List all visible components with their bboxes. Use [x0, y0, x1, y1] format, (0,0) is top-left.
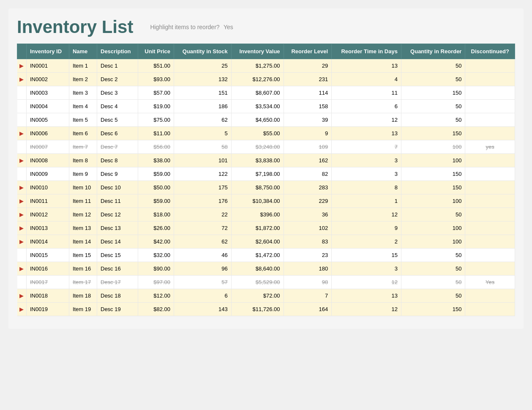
table-row: IN0017Item 17Desc 17$97.0057$5,529.00981…	[17, 276, 515, 289]
cell-qty_stock: 175	[174, 181, 232, 194]
cell-reorder_level: 114	[284, 86, 332, 100]
cell-discontinued	[465, 127, 515, 140]
cell-reorder_level: 7	[284, 289, 332, 303]
cell-inv_value: $8,750.00	[231, 181, 284, 194]
cell-unit_price: $90.00	[138, 262, 174, 276]
col-flag	[17, 44, 27, 59]
reorder-flag-icon: ▶	[19, 238, 24, 245]
cell-discontinued	[465, 262, 515, 276]
table-row: ▶IN0002Item 2Desc 2$93.00132$12,276.0023…	[17, 73, 515, 86]
cell-description: Desc 5	[97, 113, 138, 127]
cell-qty_stock: 46	[174, 249, 232, 262]
reorder-flag-cell	[17, 167, 27, 181]
cell-reorder_time: 6	[332, 100, 401, 113]
cell-name: Item 19	[69, 303, 97, 316]
cell-unit_price: $97.00	[138, 276, 174, 289]
cell-unit_price: $93.00	[138, 73, 174, 86]
cell-reorder_level: 83	[284, 235, 332, 249]
cell-inv_value: $4,650.00	[231, 113, 284, 127]
col-name: Name	[69, 44, 97, 59]
cell-unit_price: $38.00	[138, 154, 174, 167]
cell-id: IN0001	[27, 59, 69, 73]
cell-inv_value: $3,248.00	[231, 140, 284, 154]
cell-qty_stock: 57	[174, 276, 232, 289]
cell-id: IN0008	[27, 154, 69, 167]
cell-unit_price: $12.00	[138, 289, 174, 303]
reorder-flag-cell: ▶	[17, 194, 27, 208]
reorder-flag-icon: ▶	[19, 184, 24, 191]
cell-qty_stock: 151	[174, 86, 232, 100]
col-inventory-id: Inventory ID	[27, 44, 69, 59]
highlight-value: Yes	[224, 24, 233, 30]
cell-description: Desc 19	[97, 303, 138, 316]
cell-description: Desc 14	[97, 235, 138, 249]
reorder-flag-cell	[17, 140, 27, 154]
table-row: IN0009Item 9Desc 9$59.00122$7,198.008231…	[17, 167, 515, 181]
cell-qty_stock: 132	[174, 73, 232, 86]
cell-qty_reorder: 150	[401, 167, 465, 181]
cell-name: Item 15	[69, 249, 97, 262]
cell-reorder_time: 11	[332, 86, 401, 100]
col-discontinued: Discontinued?	[465, 44, 515, 59]
cell-id: IN0015	[27, 249, 69, 262]
cell-discontinued	[465, 86, 515, 100]
cell-qty_reorder: 50	[401, 262, 465, 276]
cell-qty_stock: 143	[174, 303, 232, 316]
reorder-flag-cell: ▶	[17, 303, 27, 316]
page-title: Inventory List	[17, 17, 133, 37]
cell-name: Item 13	[69, 221, 97, 235]
reorder-flag-cell	[17, 276, 27, 289]
cell-reorder_level: 231	[284, 73, 332, 86]
cell-qty_reorder: 50	[401, 73, 465, 86]
cell-description: Desc 17	[97, 276, 138, 289]
cell-description: Desc 6	[97, 127, 138, 140]
reorder-flag-icon: ▶	[19, 306, 24, 312]
cell-reorder_time: 3	[332, 167, 401, 181]
reorder-flag-cell	[17, 100, 27, 113]
cell-reorder_level: 23	[284, 249, 332, 262]
cell-qty_stock: 5	[174, 127, 232, 140]
reorder-flag-cell	[17, 249, 27, 262]
cell-qty_reorder: 150	[401, 303, 465, 316]
cell-id: IN0019	[27, 303, 69, 316]
cell-qty_reorder: 50	[401, 289, 465, 303]
cell-inv_value: $3,534.00	[231, 100, 284, 113]
cell-description: Desc 7	[97, 140, 138, 154]
cell-name: Item 9	[69, 167, 97, 181]
cell-qty_reorder: 150	[401, 181, 465, 194]
col-qty-stock: Quantity in Stock	[174, 44, 232, 59]
table-row: IN0005Item 5Desc 5$75.0062$4,650.0039125…	[17, 113, 515, 127]
cell-inv_value: $396.00	[231, 208, 284, 221]
cell-id: IN0003	[27, 86, 69, 100]
cell-reorder_time: 2	[332, 235, 401, 249]
cell-name: Item 3	[69, 86, 97, 100]
cell-inv_value: $10,384.00	[231, 194, 284, 208]
cell-discontinued	[465, 59, 515, 73]
reorder-flag-cell: ▶	[17, 73, 27, 86]
cell-unit_price: $32.00	[138, 249, 174, 262]
cell-id: IN0002	[27, 73, 69, 86]
cell-name: Item 8	[69, 154, 97, 167]
cell-reorder_time: 13	[332, 289, 401, 303]
cell-reorder_level: 229	[284, 194, 332, 208]
cell-qty_reorder: 150	[401, 86, 465, 100]
cell-id: IN0007	[27, 140, 69, 154]
cell-description: Desc 2	[97, 73, 138, 86]
cell-inv_value: $1,872.00	[231, 221, 284, 235]
cell-name: Item 2	[69, 73, 97, 86]
cell-reorder_time: 1	[332, 194, 401, 208]
cell-qty_stock: 22	[174, 208, 232, 221]
cell-reorder_level: 36	[284, 208, 332, 221]
cell-id: IN0012	[27, 208, 69, 221]
cell-unit_price: $75.00	[138, 113, 174, 127]
table-row: IN0015Item 15Desc 15$32.0046$1,472.00231…	[17, 249, 515, 262]
cell-description: Desc 3	[97, 86, 138, 100]
cell-id: IN0013	[27, 221, 69, 235]
cell-discontinued	[465, 73, 515, 86]
reorder-flag-cell: ▶	[17, 127, 27, 140]
table-body: ▶IN0001Item 1Desc 1$51.0025$1,275.002913…	[17, 59, 515, 316]
table-row: IN0003Item 3Desc 3$57.00151$8,607.001141…	[17, 86, 515, 100]
table-row: ▶IN0010Item 10Desc 10$50.00175$8,750.002…	[17, 181, 515, 194]
cell-unit_price: $19.00	[138, 100, 174, 113]
cell-id: IN0016	[27, 262, 69, 276]
